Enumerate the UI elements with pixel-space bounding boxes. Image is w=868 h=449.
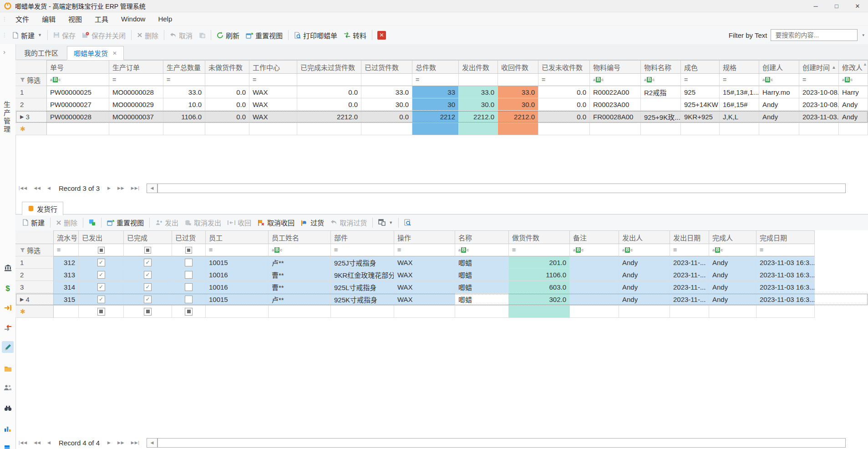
cell[interactable]: Andy	[709, 293, 756, 306]
equals-filter-icon[interactable]: =	[512, 246, 516, 254]
new-row-cell[interactable]	[455, 306, 509, 318]
cell[interactable]: ✓	[124, 256, 172, 269]
checkbox[interactable]	[185, 283, 193, 291]
cell[interactable]: R00023A00	[590, 98, 641, 111]
cell[interactable]: Andy	[759, 98, 799, 111]
new-row-cell[interactable]	[361, 123, 412, 135]
filter-cell[interactable]: aBc	[641, 74, 681, 86]
cell[interactable]: 2212.0	[459, 111, 498, 123]
new-row-cell[interactable]	[590, 123, 641, 135]
filter-cell[interactable]: aBc	[570, 244, 619, 256]
column-header[interactable]: 物料名称	[641, 60, 681, 74]
new-row[interactable]: ✱	[15, 123, 868, 135]
cell[interactable]: 2023-11-...	[670, 256, 709, 269]
cell[interactable]: 10015	[206, 256, 269, 269]
row-indicator[interactable]: 3	[15, 281, 54, 293]
minimize-button[interactable]: ─	[805, 0, 826, 12]
filter-cell[interactable]: aBc	[759, 74, 799, 86]
hscrollbar[interactable]	[157, 184, 846, 193]
cell[interactable]: 925	[681, 86, 720, 98]
filter-cell[interactable]: aBc	[709, 244, 756, 256]
cell[interactable]: ✓	[79, 269, 124, 281]
cell[interactable]: WAX	[394, 281, 455, 293]
cell[interactable]	[172, 281, 206, 293]
cell[interactable]: 15#,13#,1...	[720, 86, 759, 98]
menu-view[interactable]: 视图	[62, 12, 88, 26]
equals-filter-icon[interactable]: =	[760, 246, 763, 254]
table-row[interactable]: 2313✓✓10016曹**9KR红金玫瑰花部分WAX唧蜡1106.0Andy2…	[15, 269, 868, 281]
cell[interactable]: 2212.0	[498, 111, 538, 123]
preview-button[interactable]	[401, 217, 414, 228]
cell[interactable]: 33.0	[498, 86, 538, 98]
cell[interactable]: ✓	[79, 256, 124, 269]
abc-filter-icon[interactable]: aBc	[762, 77, 773, 82]
new-row-cell[interactable]	[54, 306, 79, 318]
cell[interactable]: ✓	[79, 293, 124, 306]
new-button[interactable]: 新建▼	[9, 28, 45, 42]
checkbox[interactable]	[185, 308, 193, 316]
delete-button[interactable]: 删除	[134, 28, 162, 42]
filter-cell[interactable]: aBc	[47, 74, 109, 86]
cell[interactable]: 0.0	[538, 98, 590, 111]
print-button[interactable]: 打印唧蜡单	[291, 28, 340, 42]
cell[interactable]: Andy	[759, 111, 799, 123]
row-indicator[interactable]: ▶4	[15, 293, 54, 306]
table-row[interactable]: ▶4315✓✓10015卢**925K寸戒指身WAX唧蜡302.0Andy202…	[15, 293, 868, 306]
cell[interactable]: 唧蜡	[455, 269, 509, 281]
cell[interactable]: Andy	[709, 281, 756, 293]
filter-cell[interactable]: =	[249, 74, 297, 86]
cell[interactable]: MO00000028	[109, 86, 163, 98]
send-arrow-icon[interactable]	[2, 302, 14, 314]
cell[interactable]	[570, 281, 619, 293]
abc-filter-icon[interactable]: aBc	[272, 247, 282, 253]
filter-cell[interactable]: =	[799, 74, 839, 86]
cell[interactable]: 312	[54, 256, 79, 269]
equals-filter-icon[interactable]: =	[542, 76, 545, 83]
cell[interactable]: WAX	[249, 98, 297, 111]
equals-filter-icon[interactable]: =	[684, 76, 688, 83]
new-row-cell[interactable]	[720, 123, 759, 135]
detail-reset-view-button[interactable]: 重置视图	[104, 215, 147, 230]
checkbox[interactable]	[185, 259, 193, 266]
tab-workspace[interactable]: 我的工作区	[17, 46, 65, 60]
filter-cell[interactable]: =	[394, 244, 455, 256]
folder-icon[interactable]	[2, 363, 14, 375]
new-row-cell[interactable]	[570, 306, 619, 318]
hscroll-left-icon[interactable]: ◀	[147, 184, 157, 193]
cell[interactable]: ✓	[79, 281, 124, 293]
new-row-cell[interactable]	[509, 306, 570, 318]
cell[interactable]: 2023-11-03 16:3...	[756, 269, 815, 281]
column-header[interactable]: 操作	[394, 230, 455, 244]
refresh-button[interactable]: 刷新	[213, 28, 243, 42]
cell[interactable]: WAX	[394, 256, 455, 269]
filter-cell[interactable]	[79, 244, 124, 256]
cell[interactable]: R2戒指	[641, 86, 681, 98]
cell[interactable]: Harry.mo	[759, 86, 799, 98]
detail-new-button[interactable]: 新建	[19, 215, 48, 230]
cell[interactable]	[172, 269, 206, 281]
checkbox[interactable]: ✓	[144, 283, 152, 291]
row-indicator[interactable]: 1	[15, 86, 47, 98]
maximize-button[interactable]: □	[826, 0, 847, 12]
checkbox-filter-icon[interactable]	[144, 247, 151, 254]
checkbox[interactable]: ✓	[144, 296, 152, 303]
equals-filter-icon[interactable]: =	[397, 246, 401, 254]
new-row-cell[interactable]	[412, 123, 459, 135]
cell[interactable]: 2023-11-03 16:3...	[756, 281, 815, 293]
table-row[interactable]: 3314✓✓10016曹**925L寸戒指身WAX唧蜡603.0Andy2023…	[15, 281, 868, 293]
column-header[interactable]: 备注	[570, 230, 619, 244]
detail-tab-shipping-lines[interactable]: 发货行	[22, 202, 63, 215]
cancel-receive-button[interactable]: 取消收回	[254, 215, 298, 230]
cell[interactable]: WAX	[394, 293, 455, 306]
cell[interactable]: 0.0	[361, 111, 412, 123]
abc-filter-icon[interactable]: aBc	[712, 247, 723, 253]
column-header[interactable]: 规格	[720, 60, 759, 74]
cell[interactable]: 30	[412, 98, 459, 111]
toolbar-overflow-icon[interactable]: ▾	[862, 33, 864, 37]
cell[interactable]: WAX	[394, 269, 455, 281]
cell[interactable]: FR00028A00	[590, 111, 641, 123]
checkbox[interactable]	[97, 308, 105, 316]
filter-cell[interactable]	[124, 244, 172, 256]
equals-filter-icon[interactable]: =	[167, 76, 170, 83]
cell[interactable]: 2023-11-03 16:3...	[756, 256, 815, 269]
